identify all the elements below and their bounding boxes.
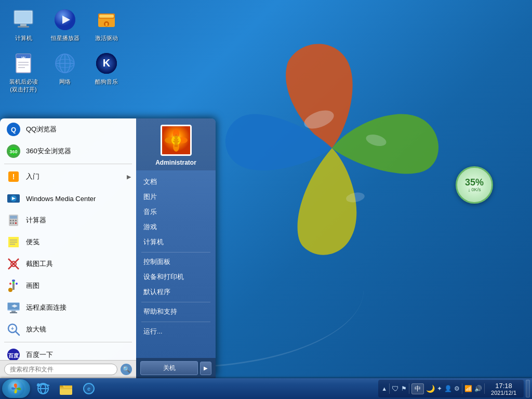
windows-logo: [215, 31, 449, 265]
taskbar-app-ie2[interactable]: e: [78, 379, 100, 398]
hengxing-icon-img: [52, 7, 77, 32]
paint-label: 画图: [26, 281, 131, 290]
speed-widget: 35% ↓ 0K/s: [456, 166, 493, 204]
desktop: 计算机 W 装机后必读(双击打开): [0, 0, 532, 399]
svg-text:百度: 百度: [8, 353, 19, 358]
baidu-label: 百度一下: [26, 350, 131, 360]
tray-icon-volume[interactable]: 🔊: [474, 385, 482, 392]
kugo-icon-img: K: [94, 51, 119, 76]
tray-separator-3: [462, 383, 462, 394]
computer-icon-img: [11, 7, 36, 32]
separator-1: [4, 164, 132, 164]
desktop-icon-kugo[interactable]: K 酷狗音乐: [88, 49, 125, 87]
snipping-icon: [5, 256, 22, 272]
tray-icon-ime1[interactable]: 🌙: [426, 384, 435, 393]
desktop-icon-hengxing[interactable]: 恒星播放器: [47, 5, 83, 44]
user-section: Administrator: [136, 118, 216, 170]
right-menu-documents[interactable]: 文档: [136, 175, 216, 190]
clock-area[interactable]: 17:18 2021/12/1: [487, 381, 521, 397]
right-menu-devices[interactable]: 设备和打印机: [136, 270, 216, 285]
kugo-icon-label: 酷狗音乐: [95, 78, 118, 85]
svg-text:+: +: [11, 326, 14, 331]
desktop-icons-area: 计算机 W 装机后必读(双击打开): [5, 5, 114, 119]
right-menu-pictures[interactable]: 图片: [136, 190, 216, 205]
desktop-icon-network[interactable]: 网络: [47, 49, 83, 87]
tray-expand-arrow[interactable]: ▲: [381, 385, 387, 392]
right-menu-computer[interactable]: 计算机: [136, 235, 216, 250]
post-install-icon-img: W: [11, 51, 36, 76]
right-separator-3: [141, 322, 210, 322]
user-avatar[interactable]: [161, 125, 192, 156]
computer-icon-label: 计算机: [15, 34, 32, 42]
show-desktop-button[interactable]: [526, 380, 530, 397]
right-menu-run[interactable]: 运行...: [136, 324, 216, 339]
svg-rect-45: [15, 220, 17, 221]
svg-rect-24: [99, 15, 114, 18]
menu-item-calculator[interactable]: 计算器: [0, 209, 136, 231]
getting-started-icon: !: [5, 168, 22, 185]
start-menu-items: Q QQ浏览器 360 360安全浏览器: [0, 118, 136, 360]
separator-2: [4, 342, 132, 342]
menu-item-baidu[interactable]: 百度 百度一下: [0, 344, 136, 360]
svg-rect-44: [12, 220, 14, 221]
menu-item-qq-browser[interactable]: Q QQ浏览器: [0, 118, 136, 140]
search-input[interactable]: [4, 364, 117, 375]
sticky-notes-label: 便笺: [26, 237, 131, 247]
right-menu-music[interactable]: 音乐: [136, 205, 216, 220]
svg-text:W: W: [21, 56, 25, 60]
shutdown-arrow-button[interactable]: ▶: [200, 362, 211, 375]
start-menu-search-bar: 🔍: [0, 360, 136, 378]
speed-value: ↓ 0K/s: [468, 187, 481, 193]
tray-icon-settings[interactable]: ⚙: [454, 385, 460, 392]
menu-item-magnifier[interactable]: + 放大镜: [0, 318, 136, 340]
media-center-label: Windows Media Center: [26, 195, 131, 203]
taskbar: e ▲ 🛡 ⚑ 中 🌙 ✦ 👤 ⚙: [0, 378, 532, 399]
hengxing-icon-label: 恒星播放器: [51, 34, 79, 42]
menu-item-remote[interactable]: 远程桌面连接: [0, 297, 136, 318]
360-browser-label: 360安全浏览器: [26, 147, 131, 156]
menu-item-snipping[interactable]: 截图工具: [0, 253, 136, 275]
svg-rect-43: [10, 220, 11, 221]
language-button[interactable]: 中: [411, 383, 424, 394]
right-menu-control-panel[interactable]: 控制面板: [136, 255, 216, 270]
svg-text:e: e: [87, 385, 90, 392]
tray-icon-network[interactable]: 📶: [464, 385, 472, 392]
tray-icon-ime2[interactable]: ✦: [437, 385, 442, 392]
desktop-icon-computer[interactable]: 计算机: [5, 5, 42, 44]
start-button[interactable]: [2, 379, 30, 398]
svg-rect-5: [20, 24, 26, 26]
svg-rect-48: [15, 222, 17, 224]
right-separator-2: [141, 302, 210, 302]
svg-rect-6: [18, 26, 29, 28]
desktop-icon-activate[interactable]: 激活驱动: [88, 5, 125, 44]
svg-point-58: [12, 280, 15, 282]
svg-rect-64: [11, 311, 16, 312]
svg-point-56: [8, 288, 12, 292]
snipping-label: 截图工具: [26, 259, 131, 269]
menu-item-360-browser[interactable]: 360 360安全浏览器: [0, 140, 136, 162]
svg-point-21: [56, 54, 74, 73]
speed-arrow: ↓: [468, 187, 470, 193]
menu-item-media-center[interactable]: Windows Media Center: [0, 188, 136, 209]
taskbar-apps: e: [32, 379, 378, 398]
system-tray: ▲ 🛡 ⚑ 中 🌙 ✦ 👤 ⚙ 📶 🔊: [378, 380, 524, 397]
360-browser-icon: 360: [5, 143, 22, 159]
start-menu: Q QQ浏览器 360 360安全浏览器: [0, 118, 216, 378]
search-button[interactable]: 🔍: [121, 364, 132, 375]
right-menu-default[interactable]: 默认程序: [136, 285, 216, 300]
menu-item-getting-started[interactable]: ! 入门 ▶: [0, 166, 136, 188]
right-menu-help[interactable]: 帮助和支持: [136, 304, 216, 320]
tray-icon-security[interactable]: 🛡: [392, 384, 399, 393]
tray-icon-action-center[interactable]: ⚑: [401, 385, 407, 392]
right-menu-games[interactable]: 游戏: [136, 220, 216, 235]
menu-item-paint[interactable]: 画图: [0, 275, 136, 297]
desktop-icon-post-install[interactable]: W 装机后必读(双击打开): [5, 49, 42, 95]
tray-icon-user[interactable]: 👤: [444, 385, 452, 392]
activate-icon-label: 激活驱动: [95, 34, 118, 42]
taskbar-app-explorer[interactable]: [55, 379, 77, 398]
menu-item-sticky-notes[interactable]: 便笺: [0, 231, 136, 253]
svg-point-60: [12, 282, 15, 284]
svg-text:Q: Q: [11, 126, 16, 134]
taskbar-app-ie[interactable]: [32, 379, 54, 398]
shutdown-button[interactable]: 关机: [140, 361, 198, 375]
